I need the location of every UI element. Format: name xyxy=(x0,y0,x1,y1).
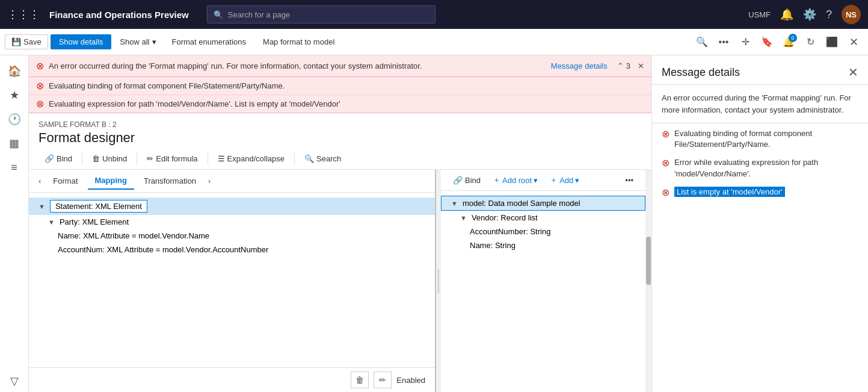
sidebar-star-icon[interactable]: ★ xyxy=(4,84,25,106)
right-panel-toolbar: 🔗 Bind ＋ Add root ▾ ＋ Add ▾ xyxy=(441,170,645,191)
map-format-button[interactable]: Map format to model xyxy=(256,34,342,49)
right-panel: 🔗 Bind ＋ Add root ▾ ＋ Add ▾ xyxy=(441,170,645,392)
right-bind-button[interactable]: 🔗 Bind xyxy=(448,173,485,187)
designer-subtitle: SAMPLE FORMAT B : 2 xyxy=(38,120,642,129)
error-banners: ⊗ An error occurred during the 'Format m… xyxy=(29,55,651,113)
format-enumerations-button[interactable]: Format enumerations xyxy=(165,34,254,49)
designer-toolbar: 🔗 Bind 🗑 Unbind ✏ Edit formula ☰ Expand/… xyxy=(29,148,651,170)
add-root-button[interactable]: ＋ Add root ▾ xyxy=(488,172,543,188)
expand-collapse-button[interactable]: ☰ Expand/collapse xyxy=(212,152,291,166)
save-label: Save xyxy=(23,37,42,46)
close-banner-icon[interactable]: ✕ xyxy=(638,61,644,70)
mdp-error-item-2: ⊗ Error while evaluating expression for … xyxy=(662,157,858,179)
collapse-arrow-vendor: ▼ xyxy=(460,214,467,222)
search-bar[interactable]: 🔍 Search for a page xyxy=(207,5,436,23)
bell-icon[interactable]: 🔔 xyxy=(780,8,793,21)
error-banner-main: ⊗ An error occurred during the 'Format m… xyxy=(29,55,651,77)
grid-icon[interactable]: ⋮⋮⋮ xyxy=(7,8,40,21)
tree-item-accountnum[interactable]: AccountNum: XML Attribute = model.Vendor… xyxy=(29,243,435,257)
collapse-arrow-1: ▼ xyxy=(38,203,45,210)
message-details-link[interactable]: Message details xyxy=(551,61,608,70)
collapse-arrow-model: ▼ xyxy=(451,200,458,207)
left-panel-tabs: ‹ Format Mapping Transformation › xyxy=(29,170,435,193)
collapse-icon[interactable]: ⌃ xyxy=(617,61,624,70)
toolbar-sep-3 xyxy=(208,153,208,165)
badge-icon[interactable]: 🔔 0 xyxy=(779,33,798,52)
sidebar: 🏠 ★ 🕐 ▦ ≡ ▽ xyxy=(0,55,29,392)
tab-format[interactable]: Format xyxy=(46,173,85,189)
search-designer-button[interactable]: 🔍 Search xyxy=(298,152,347,166)
right-chevron-icon[interactable]: › xyxy=(208,176,211,185)
tab-mapping[interactable]: Mapping xyxy=(88,172,134,190)
main-toolbar: 💾 Save Show details Show all ▾ Format en… xyxy=(0,29,868,55)
right-tree-item-account[interactable]: AccountNumber: String xyxy=(441,225,645,238)
right-tree-item-vendor[interactable]: ▼ Vendor: Record list xyxy=(441,211,645,225)
add-root-chevron: ▾ xyxy=(534,176,538,185)
search-toolbar-icon[interactable]: 🔍 xyxy=(692,33,712,52)
tree-item-party[interactable]: ▼ Party: XML Element xyxy=(29,215,435,229)
expand-collapse-label: Expand/collapse xyxy=(227,154,285,163)
sidebar-home-icon[interactable]: 🏠 xyxy=(4,60,25,82)
link-icon: 🔗 xyxy=(45,154,54,163)
mdp-error-item-3: ⊗ List is empty at 'model/Vendor' xyxy=(662,187,858,198)
edit-formula-button[interactable]: ✏ Edit formula xyxy=(141,152,203,166)
edit-icon: ✏ xyxy=(147,154,153,163)
mdp-close-button[interactable]: ✕ xyxy=(848,65,858,79)
designer-title: Format designer xyxy=(38,130,642,146)
sidebar-menu-icon[interactable]: ≡ xyxy=(4,157,25,178)
sidebar-filter-icon[interactable]: ▽ xyxy=(4,370,25,392)
unbind-button[interactable]: 🗑 Unbind xyxy=(86,152,133,166)
show-details-button[interactable]: Show details xyxy=(51,34,112,49)
panel-divider[interactable] xyxy=(436,170,441,392)
plus-root-icon: ＋ xyxy=(493,175,500,185)
tab-transformation[interactable]: Transformation xyxy=(137,173,203,189)
scrollbar-thumb[interactable] xyxy=(646,237,651,285)
right-tree-item-model[interactable]: ▼ model: Data model Sample model xyxy=(441,196,645,211)
help-icon[interactable]: ? xyxy=(826,8,832,21)
more-options-icon[interactable]: ••• xyxy=(714,33,733,52)
left-tree: ▼ Statement: XML Element ▼ Party: XML El… xyxy=(29,193,435,367)
settings-icon[interactable]: ⚙️ xyxy=(803,8,816,21)
edit-status-button[interactable]: ✏ xyxy=(374,372,392,388)
collapse-arrow-2: ▼ xyxy=(48,219,55,226)
delete-status-button[interactable]: 🗑 xyxy=(351,372,369,388)
error-text-3: Evaluating expression for path 'model/Ve… xyxy=(49,99,340,108)
unbind-label: Unbind xyxy=(102,154,127,163)
bind-button[interactable]: 🔗 Bind xyxy=(38,152,78,166)
toolbar-sep-4 xyxy=(294,153,295,165)
right-tree-item-name[interactable]: Name: String xyxy=(441,238,645,252)
toolbar-sep-1 xyxy=(82,153,82,165)
right-link-icon: 🔗 xyxy=(453,176,463,185)
crosshair-icon[interactable]: ✛ xyxy=(736,33,755,52)
mdp-errors: ⊗ Evaluating binding of format component… xyxy=(652,123,868,203)
close-toolbar-button[interactable]: ✕ xyxy=(844,33,863,52)
refresh-icon[interactable]: ↻ xyxy=(801,33,820,52)
open-new-icon[interactable]: ⬛ xyxy=(822,33,842,52)
right-more-options[interactable]: ••• xyxy=(620,173,638,187)
user-avatar[interactable]: NS xyxy=(842,5,861,24)
mdp-error-icon-2: ⊗ xyxy=(662,157,669,169)
add-label: Add xyxy=(559,176,573,185)
error-text-2: Evaluating binding of format component F… xyxy=(49,81,285,90)
search-icon: 🔍 xyxy=(214,10,223,19)
left-chevron-icon[interactable]: ‹ xyxy=(38,176,41,185)
sidebar-clock-icon[interactable]: 🕐 xyxy=(4,108,25,130)
tree-item-statement[interactable]: ▼ Statement: XML Element xyxy=(29,198,435,215)
accountnum-label: AccountNum: XML Attribute = model.Vendor… xyxy=(58,245,268,254)
save-button[interactable]: 💾 Save xyxy=(5,34,48,49)
split-panels: ‹ Format Mapping Transformation › ▼ Stat… xyxy=(29,170,651,392)
designer-header: SAMPLE FORMAT B : 2 Format designer xyxy=(29,113,651,148)
bookmark-icon[interactable]: 🔖 xyxy=(757,33,777,52)
show-all-button[interactable]: Show all ▾ xyxy=(114,34,162,49)
error-count-area: ⌃ 3 xyxy=(617,61,630,70)
vendor-label: Vendor: Record list xyxy=(472,213,538,222)
mdp-title: Message details xyxy=(662,66,848,79)
mdp-error-text-1: Evaluating binding of format component F… xyxy=(674,128,858,150)
sidebar-grid-icon[interactable]: ▦ xyxy=(4,132,25,154)
tree-item-name[interactable]: Name: XML Attribute = model.Vendor.Name xyxy=(29,229,435,243)
app-title: Finance and Operations Preview xyxy=(49,10,189,20)
vertical-scrollbar[interactable] xyxy=(645,170,651,392)
chevron-down-icon: ▾ xyxy=(152,37,156,46)
add-button[interactable]: ＋ Add ▾ xyxy=(545,172,584,188)
plus-icon: ＋ xyxy=(550,175,558,185)
